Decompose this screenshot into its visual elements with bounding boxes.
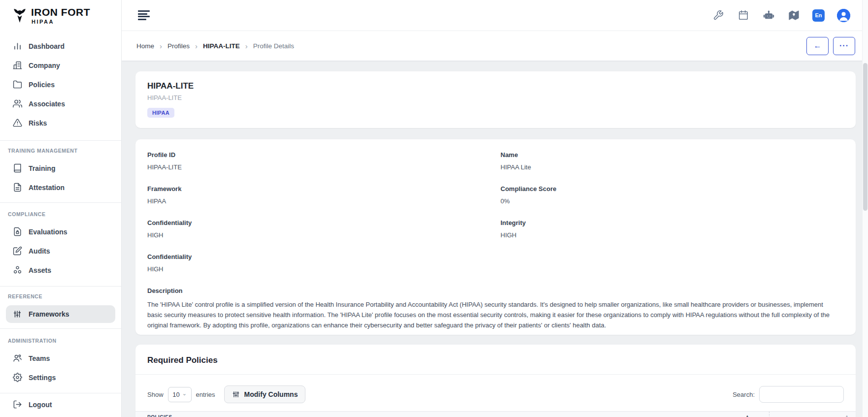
section-title-reference: REFERENCE	[0, 293, 121, 299]
divider	[0, 286, 121, 287]
hexagons-icon	[12, 265, 22, 275]
sidebar-item-label: Policies	[29, 81, 55, 89]
wrench-icon[interactable]	[712, 9, 725, 22]
divider	[0, 393, 121, 393]
breadcrumb: Home Profiles HIPAA-LITE Profile Details	[136, 42, 294, 50]
field-value: HIGH	[501, 231, 844, 239]
sidebar: IRON FORT HIPAA Dashboard Company	[0, 0, 122, 417]
details-grid: Profile ID HIPAA-LITE Name HIPAA Lite Fr…	[147, 151, 844, 287]
calendar-icon[interactable]	[737, 9, 750, 22]
sidebar-item-label: Logout	[29, 401, 52, 409]
divider	[0, 328, 121, 329]
robot-icon[interactable]	[762, 9, 775, 22]
table-header-row: POLICIES	[135, 411, 856, 417]
sidebar-item-logout[interactable]: Logout	[0, 395, 121, 414]
field-name: Name HIPAA Lite	[501, 151, 844, 171]
sidebar-item-label: Frameworks	[29, 310, 69, 318]
back-button[interactable]	[806, 37, 829, 55]
breadcrumb-profiles[interactable]: Profiles	[167, 42, 190, 50]
column-header-policies[interactable]: POLICIES	[135, 412, 769, 417]
search-label: Search:	[733, 391, 755, 398]
field-label: Confidentiality	[147, 253, 491, 260]
sidebar-item-evaluations[interactable]: Evaluations	[0, 222, 121, 241]
column-header-label: POLICIES	[147, 415, 172, 417]
framework-badge: HIPAA	[147, 108, 174, 118]
sort-icon	[845, 414, 849, 417]
sidebar-item-assets[interactable]: Assets	[0, 260, 121, 280]
folder-icon	[12, 80, 22, 90]
sidebar-item-label: Risks	[29, 119, 47, 127]
field-confidentiality-2: Confidentiality HIGH	[147, 253, 491, 273]
page-size-value: 10	[172, 391, 179, 398]
gear-icon	[12, 373, 22, 383]
chevron-right-icon	[160, 42, 162, 50]
field-value: HIPAA	[147, 197, 491, 205]
language-badge[interactable]: En	[812, 9, 825, 22]
field-value: HIPAA-LITE	[147, 163, 491, 171]
sidebar-item-company[interactable]: Company	[0, 56, 121, 75]
sidebar-item-label: Audits	[29, 247, 50, 255]
sidebar-item-associates[interactable]: Associates	[0, 94, 121, 113]
brand-logo[interactable]: IRON FORT HIPAA	[0, 0, 121, 31]
scrollbar-thumb[interactable]	[863, 63, 868, 211]
page-size-select[interactable]: 10	[168, 387, 192, 402]
alert-triangle-icon	[12, 118, 22, 128]
modify-columns-button[interactable]: Modify Columns	[224, 385, 306, 403]
breadcrumb-home[interactable]: Home	[136, 42, 154, 50]
required-policies-header: Required Policies	[135, 345, 856, 375]
sidebar-item-label: Company	[29, 62, 60, 69]
sidebar-item-settings[interactable]: Settings	[0, 368, 121, 387]
divider	[0, 140, 121, 141]
users-icon	[12, 99, 22, 109]
sidebar-item-label: Attestation	[29, 184, 65, 192]
chevron-down-icon	[182, 391, 187, 398]
menu-toggle-icon[interactable]	[138, 10, 151, 20]
description-text: The 'HIPAA Lite' control profile is a si…	[147, 299, 844, 330]
entries-label: entries	[196, 391, 215, 398]
sort-asc-icon	[745, 414, 749, 417]
sidebar-item-frameworks[interactable]: Frameworks	[6, 305, 115, 323]
section-title-compliance: COMPLIANCE	[0, 211, 121, 217]
sidebar-nav: Dashboard Company Policies Associates	[0, 31, 121, 414]
sliders-icon	[12, 309, 22, 319]
search-input[interactable]	[759, 386, 844, 403]
sidebar-item-teams[interactable]: Teams	[0, 349, 121, 368]
section-title-administration: ADMINISTRATION	[0, 338, 121, 344]
sidebar-item-training[interactable]: Training	[0, 159, 121, 178]
page-title: HIPAA-LITE	[147, 81, 844, 91]
chevron-right-icon	[195, 42, 198, 50]
building-icon	[12, 61, 22, 70]
edit-icon	[12, 246, 22, 256]
user-avatar[interactable]	[837, 9, 850, 22]
sidebar-item-label: Assets	[29, 266, 51, 274]
more-actions-button[interactable]	[833, 37, 855, 55]
table-controls: Show 10 entries Modify Columns Search:	[135, 375, 856, 403]
sidebar-item-dashboard[interactable]: Dashboard	[0, 36, 121, 56]
brand-title: IRON FORT	[31, 7, 90, 17]
log-out-icon	[12, 400, 22, 410]
sidebar-item-audits[interactable]: Audits	[0, 241, 121, 260]
breadcrumb-current: Profile Details	[253, 42, 294, 50]
arrow-left-icon	[814, 41, 822, 50]
breadcrumb-hipaa-lite[interactable]: HIPAA-LITE	[203, 42, 240, 50]
field-confidentiality: Confidentiality HIGH	[147, 219, 491, 239]
sidebar-item-policies[interactable]: Policies	[0, 75, 121, 94]
brand-subtitle: HIPAA	[32, 19, 90, 25]
field-value: HIGH	[147, 231, 491, 239]
map-icon[interactable]	[787, 9, 800, 22]
sidebar-item-attestation[interactable]: Attestation	[0, 178, 121, 197]
field-label: Framework	[147, 185, 491, 192]
bull-shield-logo-icon	[12, 7, 28, 24]
field-label: Integrity	[501, 219, 844, 226]
sidebar-item-risks[interactable]: Risks	[0, 113, 121, 132]
sidebar-item-label: Dashboard	[29, 42, 65, 50]
app-window: IRON FORT HIPAA Dashboard Company	[0, 0, 868, 417]
divider	[0, 202, 121, 203]
file-text-icon	[12, 183, 22, 192]
bar-chart-icon	[12, 41, 22, 51]
field-label: Description	[147, 287, 844, 294]
profile-details-card: Profile ID HIPAA-LITE Name HIPAA Lite Fr…	[135, 139, 856, 335]
field-label: Name	[501, 151, 844, 159]
column-header-secondary[interactable]	[769, 412, 856, 417]
main-content: HIPAA-LITE HIPAA-LITE HIPAA Profile ID H…	[122, 61, 868, 417]
